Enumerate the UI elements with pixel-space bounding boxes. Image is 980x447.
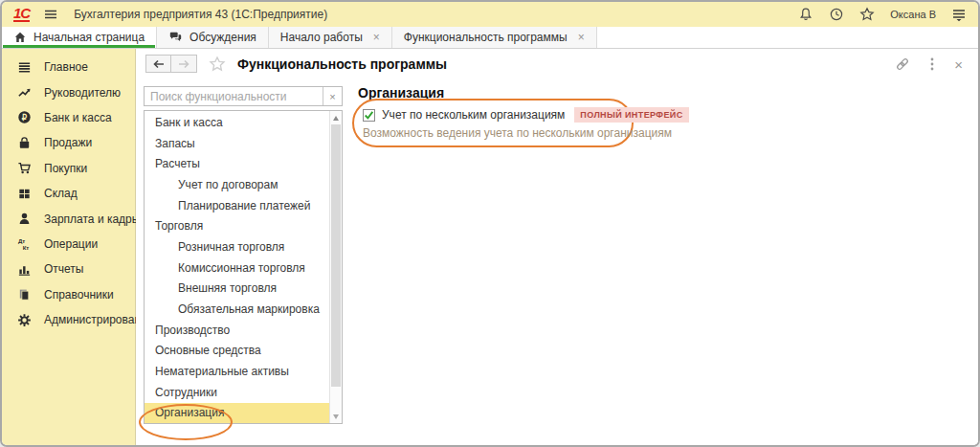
functionality-rows: Банк и касса Запасы Расчеты Учет по дого… [145,112,329,423]
list-item-fixed-assets[interactable]: Основные средства [145,341,329,362]
current-user[interactable]: Оксана В [890,9,936,20]
sidebar-item-label: Банк и касса [44,111,112,124]
scrollbar-thumb[interactable] [331,124,341,387]
home-icon [13,31,27,44]
list-item-inventory[interactable]: Запасы [145,133,329,154]
multi-org-checkbox[interactable] [363,109,375,122]
dtkt-icon: ДтКт [16,236,32,251]
search-input[interactable] [145,87,323,105]
list-item-organization[interactable]: Организация [145,403,329,424]
multi-org-checkbox-label[interactable]: Учет по нескольким организациям [382,108,565,122]
sidebar-item-purchases[interactable]: Покупки [2,156,135,181]
back-button[interactable] [145,55,171,73]
list-item-label: Учет по договорам [178,178,278,191]
svg-text:₽: ₽ [21,113,27,123]
top-bar: 1С Бухгалтерия предприятия 43 (1С:Предпр… [2,2,978,27]
feature-annotation-circle: Учет по нескольким организациям ПОЛНЫЙ И… [352,99,634,147]
sidebar-item-reports[interactable]: Отчеты [2,257,135,281]
content-area: Функциональность программы × × Банк и ка… [136,49,978,445]
scroll-up-icon[interactable] [330,112,342,123]
list-item-label: Сотрудники [155,386,217,399]
more-kebab-icon[interactable] [929,56,935,72]
sidebar-item-administration[interactable]: Администрирование [2,307,135,332]
feature-row: Учет по нескольким организациям ПОЛНЫЙ И… [363,107,632,123]
arrow-right-icon [177,58,190,70]
tab-close-icon[interactable]: × [578,32,585,43]
window-title: Бухгалтерия предприятия 43 (1С:Предприят… [74,8,327,21]
sidebar-item-bank-cash[interactable]: ₽ Банк и касса [2,105,135,130]
tab-home[interactable]: Начальная страница [2,27,157,48]
history-clock-icon[interactable] [829,7,844,22]
sidebar-item-warehouse[interactable]: Склад [2,181,135,206]
tab-close-icon[interactable]: × [373,32,380,43]
list-item-retail-trade[interactable]: Розничная торговля [145,236,329,257]
list-item-label: Банк и касса [155,116,223,129]
svg-text:Дт: Дт [17,237,24,244]
sidebar-item-label: Отчеты [44,262,83,276]
sidebar-item-label: Операции [44,237,98,251]
close-form-icon[interactable]: × [954,57,963,72]
app-body: Главное Руководителю ₽ Банк и касса Прод… [2,49,978,445]
tab-label: Обсуждения [189,31,256,44]
list-item-mandatory-labeling[interactable]: Обязательная маркировка [145,299,329,320]
list-item-foreign-trade[interactable]: Внешняя торговля [145,279,329,300]
sidebar-item-directories[interactable]: Справочники [2,282,135,307]
get-link-icon[interactable] [895,56,910,72]
list-item-bank-cash[interactable]: Банк и касса [145,112,329,133]
list-item-employees[interactable]: Сотрудники [145,382,329,403]
scroll-down-icon[interactable] [330,411,342,422]
list-item-intangible-assets[interactable]: Нематериальные активы [145,361,329,382]
sidebar-item-label: Главное [44,60,88,74]
tab-getting-started[interactable]: Начало работы × [269,27,392,48]
sidebar-item-label: Продажи [44,136,92,149]
form-header-icons: × [895,56,963,72]
sidebar-item-label: Руководителю [44,86,121,100]
tab-discussions[interactable]: Обсуждения [157,27,269,48]
app-window: 1С Бухгалтерия предприятия 43 (1С:Предпр… [0,0,980,447]
cart-icon [16,161,32,175]
sidebar-item-label: Склад [44,187,78,200]
sidebar-item-label: Покупки [44,162,87,175]
list-item-trade[interactable]: Торговля [145,215,329,236]
list-item-settlements[interactable]: Расчеты [145,153,329,174]
list-item-payment-planning[interactable]: Планирование платежей [145,195,329,216]
list-item-label: Торговля [155,219,203,233]
notifications-bell-icon[interactable] [798,7,813,22]
arrow-left-icon [152,58,166,70]
list-item-label: Розничная торговля [178,240,284,254]
menu-lines-icon [16,60,32,75]
list-item-label: Нематериальные активы [155,365,289,378]
list-scrollbar[interactable] [329,111,342,423]
list-item-label: Производство [155,324,230,337]
list-item-contract-accounting[interactable]: Учет по договорам [145,174,329,195]
ruble-icon: ₽ [16,110,32,124]
sidebar-item-operations[interactable]: ДтКт Операции [2,232,135,257]
list-item-label: Организация [155,406,224,419]
tab-program-functionality[interactable]: Функциональность программы × [392,27,597,48]
sidebar: Главное Руководителю ₽ Банк и касса Прод… [2,49,136,445]
list-item-production[interactable]: Производство [145,320,329,341]
service-menu-icon[interactable] [951,7,967,22]
clear-search-icon[interactable]: × [323,87,342,105]
favorites-star-icon[interactable] [859,7,875,22]
books-icon [16,287,32,302]
checkmark-icon [364,110,374,121]
sidebar-item-sales[interactable]: Продажи [2,130,135,155]
main-menu-icon[interactable] [43,7,58,22]
sidebar-item-label: Справочники [44,288,114,302]
bag-icon [16,136,32,150]
page-title: Функциональность программы [237,56,447,72]
topbar-right: Оксана В [798,7,967,22]
tab-label: Начало работы [280,31,363,44]
forward-button[interactable] [171,55,197,73]
list-item-label: Обязательная маркировка [178,302,320,316]
add-favorite-star-icon[interactable] [209,56,226,73]
trend-icon [16,85,32,100]
list-item-commission-trade[interactable]: Комиссионная торговля [145,257,329,279]
sidebar-item-payroll-hr[interactable]: Зарплата и кадры [2,206,135,231]
search-box: × [144,86,343,106]
sidebar-item-main[interactable]: Главное [2,55,135,79]
chart-icon [16,262,32,277]
sidebar-item-manager[interactable]: Руководителю [2,79,135,104]
tab-bar: Начальная страница Обсуждения Начало раб… [2,27,978,49]
